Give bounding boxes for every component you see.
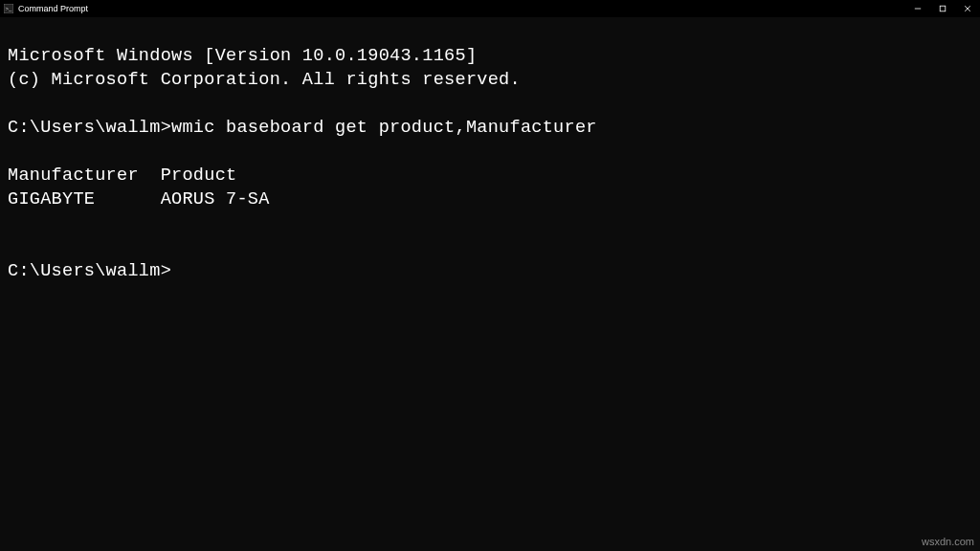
- maximize-button[interactable]: [930, 0, 955, 17]
- os-version-line: Microsoft Windows [Version 10.0.19043.11…: [8, 46, 477, 66]
- close-button[interactable]: [955, 0, 980, 17]
- minimize-button[interactable]: [905, 0, 930, 17]
- output-row: GIGABYTE AORUS 7-SA: [8, 189, 270, 209]
- prompt: C:\Users\wallm>: [8, 117, 171, 141]
- output-columns-header: Manufacturer Product: [8, 165, 236, 186]
- titlebar-left: >_ Command Prompt: [4, 4, 88, 13]
- terminal-output-area[interactable]: Microsoft Windows [Version 10.0.19043.11…: [0, 17, 980, 292]
- window-titlebar: >_ Command Prompt: [0, 0, 980, 17]
- window-title: Command Prompt: [18, 4, 88, 13]
- cmd-icon: >_: [4, 4, 13, 13]
- command-text: wmic baseboard get product,Manufacturer: [171, 117, 597, 141]
- prompt: C:\Users\wallm>: [8, 261, 171, 281]
- watermark-text: wsxdn.com: [922, 536, 974, 547]
- window-controls: [905, 0, 980, 17]
- svg-rect-3: [940, 6, 946, 11]
- copyright-line: (c) Microsoft Corporation. All rights re…: [8, 70, 521, 90]
- svg-text:>_: >_: [6, 6, 13, 11]
